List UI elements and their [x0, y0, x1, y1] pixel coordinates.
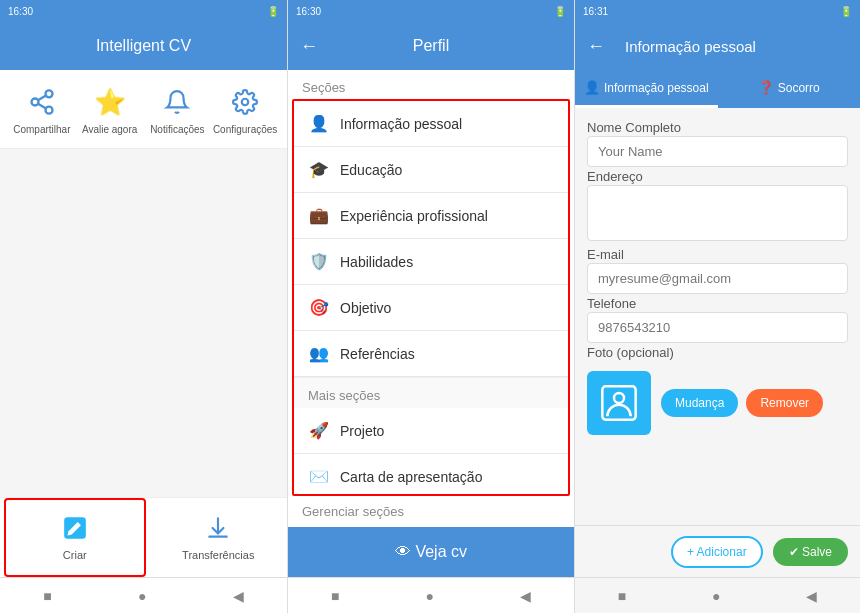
svg-line-4 [38, 96, 46, 101]
work-icon: 💼 [308, 206, 330, 225]
telefone-label: Telefone [587, 296, 636, 311]
school-icon: 🎓 [308, 160, 330, 179]
tab-help-icon: ❓ [758, 80, 774, 95]
bottom-bar-1: Criar Transferências [0, 497, 287, 577]
time-3: 16:31 [583, 6, 608, 17]
panel-perfil: 16:30 🔋 ← Perfil Seções 👤 Informação pes… [287, 0, 574, 613]
tab-socorro[interactable]: ❓ Socorro [718, 70, 861, 108]
foto-label: Foto (opcional) [587, 345, 674, 360]
section-text-m1: Carta de apresentação [340, 469, 482, 485]
battery-icons-1: 🔋 [267, 6, 279, 17]
salve-button[interactable]: ✔ Salve [773, 538, 848, 566]
share-action[interactable]: Compartilhar [12, 82, 72, 136]
notifications-action[interactable]: Notificações [147, 82, 207, 136]
photo-row: Mudança Remover [587, 371, 848, 435]
mudanca-button[interactable]: Mudança [661, 389, 738, 417]
back-button-2[interactable]: ← [300, 36, 318, 57]
nav-arrow-1: ◀ [233, 588, 244, 604]
section-text-m0: Projeto [340, 423, 384, 439]
telefone-input[interactable] [587, 312, 848, 343]
email-icon: ✉️ [308, 467, 330, 486]
share-icon [22, 82, 62, 122]
section-educacao[interactable]: 🎓 Educação [294, 147, 568, 193]
section-objetivo[interactable]: 🎯 Objetivo [294, 285, 568, 331]
nav-bar-2: ■ ● ◀ [288, 577, 574, 613]
email-input[interactable] [587, 263, 848, 294]
target-icon: 🎯 [308, 298, 330, 317]
person-icon: 👤 [308, 114, 330, 133]
nav-arrow-2: ◀ [520, 588, 531, 604]
tab-person-icon: 👤 [584, 80, 600, 95]
email-label: E-mail [587, 247, 624, 262]
section-experiencia[interactable]: 💼 Experiência profissional [294, 193, 568, 239]
nav-circle-2: ● [425, 588, 433, 604]
status-bar-3: 16:31 🔋 [575, 0, 860, 22]
nome-completo-input[interactable] [587, 136, 848, 167]
veja-cv-button[interactable]: 👁 Veja cv [288, 527, 574, 577]
settings-action[interactable]: Configurações [215, 82, 275, 136]
nav-square-2: ■ [331, 588, 339, 604]
battery-icons-3: 🔋 [840, 6, 852, 17]
back-button-3[interactable]: ← [587, 36, 605, 57]
share-label: Compartilhar [13, 124, 70, 136]
sections-list: 👤 Informação pessoal 🎓 Educação 💼 Experi… [292, 99, 570, 496]
nav-bar-1: ■ ● ◀ [0, 577, 287, 613]
nome-completo-label: Nome Completo [587, 120, 681, 135]
svg-point-5 [242, 99, 249, 106]
header-bar-3: ← Informação pessoal [575, 22, 860, 70]
section-habilidades[interactable]: 🛡️ Habilidades [294, 239, 568, 285]
tab-informacao-pessoal[interactable]: 👤 Informação pessoal [575, 70, 718, 108]
criar-label: Criar [63, 549, 87, 561]
shield-icon: 🛡️ [308, 252, 330, 271]
photo-placeholder [587, 371, 651, 435]
header-bar-2: ← Perfil [288, 22, 574, 70]
download-icon [205, 515, 231, 547]
transferencias-button[interactable]: Transferências [150, 498, 288, 577]
tab-label-1: Socorro [778, 81, 820, 95]
manage-sections-label: Gerenciar seções [288, 496, 574, 527]
perfil-title: Perfil [413, 37, 449, 55]
svg-point-0 [45, 90, 52, 97]
app-title: Intelligent CV [96, 37, 191, 55]
endereco-input[interactable] [587, 185, 848, 241]
status-bar-2: 16:30 🔋 [288, 0, 574, 22]
section-text-0: Informação pessoal [340, 116, 462, 132]
bell-icon [157, 82, 197, 122]
rate-action[interactable]: ⭐ Avalie agora [80, 82, 140, 136]
section-referencias[interactable]: 👥 Referências [294, 331, 568, 377]
veja-cv-text: 👁 Veja cv [395, 543, 467, 561]
remover-button[interactable]: Remover [746, 389, 823, 417]
section-informacao-pessoal[interactable]: 👤 Informação pessoal [294, 101, 568, 147]
main-content-1 [0, 149, 287, 497]
edit-icon [62, 515, 88, 547]
settings-icon [225, 82, 265, 122]
panel-informacao-pessoal: 16:31 🔋 ← Informação pessoal 👤 Informaçã… [574, 0, 860, 613]
star-icon: ⭐ [90, 82, 130, 122]
nav-circle-3: ● [712, 588, 720, 604]
mais-secoes-label: Mais seções [294, 377, 568, 408]
section-text-5: Referências [340, 346, 415, 362]
section-text-1: Educação [340, 162, 402, 178]
svg-point-8 [614, 393, 624, 403]
endereco-label: Endereço [587, 169, 643, 184]
nav-arrow-3: ◀ [806, 588, 817, 604]
section-projeto[interactable]: 🚀 Projeto [294, 408, 568, 454]
header-bar-1: Intelligent CV [0, 22, 287, 70]
nav-square-3: ■ [618, 588, 626, 604]
photo-buttons: Mudança Remover [661, 389, 823, 417]
rate-label: Avalie agora [82, 124, 137, 136]
nav-circle-1: ● [138, 588, 146, 604]
section-carta[interactable]: ✉️ Carta de apresentação [294, 454, 568, 496]
tab-label-0: Informação pessoal [604, 81, 709, 95]
bottom-actions: + Adicionar ✔ Salve [575, 525, 860, 577]
form-content: Nome Completo Endereço E-mail Telefone F… [575, 108, 860, 525]
nav-bar-3: ■ ● ◀ [575, 577, 860, 613]
time-2: 16:30 [296, 6, 321, 17]
rocket-icon: 🚀 [308, 421, 330, 440]
notifications-label: Notificações [150, 124, 204, 136]
status-bar-1: 16:30 🔋 [0, 0, 287, 22]
criar-button[interactable]: Criar [4, 498, 146, 577]
info-pessoal-title: Informação pessoal [625, 38, 756, 55]
section-text-4: Objetivo [340, 300, 391, 316]
adicionar-button[interactable]: + Adicionar [671, 536, 763, 568]
